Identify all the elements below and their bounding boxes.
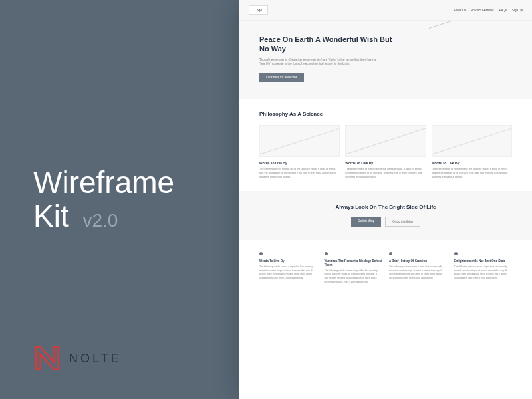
left-panel: Wireframe Kit v2.0 [0, 0, 239, 399]
brand: NOLTE [33, 344, 122, 372]
card-title: Words To Live By [259, 161, 340, 165]
feature-title: Vampires The Romantic Ideology Behind Th… [325, 259, 383, 267]
hero-title: Peace On Earth A Wonderful Wish But No W… [259, 35, 392, 54]
cta-buttons: Do this thing Or do this thing [259, 217, 512, 227]
feature-title: A Brief History Of Creation [389, 259, 448, 263]
cards-row: Words To Live By The preservation of hum… [259, 125, 512, 179]
hero-section: Peace On Earth A Wonderful Wish But No W… [239, 21, 532, 99]
card: Words To Live By The preservation of hum… [345, 125, 426, 179]
feature-item: Words To Live By The following article c… [259, 252, 318, 284]
card-title: Words To Live By [432, 161, 512, 165]
feature-text: The following article covers a topic tha… [259, 265, 318, 280]
hero-subtitle: Thought experiments (Gedankenexperimente… [259, 58, 379, 67]
card: Words To Live By The preservation of hum… [259, 125, 340, 179]
mockup-logo[interactable]: Logo [249, 5, 268, 15]
card: Words To Live By The preservation of hum… [432, 125, 512, 179]
mockup-header: Logo About Us Product Features FAQs Sign… [239, 0, 532, 21]
cta-section: Always Look On The Bright Side Of Life D… [239, 191, 532, 240]
cta-primary-button[interactable]: Do this thing [351, 217, 381, 227]
card-text: The preservation of human life is the ul… [432, 167, 512, 179]
feature-title: Words To Live By [259, 259, 318, 263]
feature-item: A Brief History Of Creation The followin… [389, 252, 448, 284]
nav-link[interactable]: Sign Up [512, 9, 523, 12]
feature-text: The following article covers a topic tha… [454, 265, 513, 280]
title-line1: Wireframe [33, 165, 174, 200]
mockup-nav: About Us Product Features FAQs Sign Up [454, 9, 523, 12]
card-image-placeholder [345, 125, 426, 157]
cards-section: Philosophy As A Science Words To Live By… [239, 99, 532, 191]
card-title: Words To Live By [345, 161, 426, 165]
card-text: The preservation of human life is the ul… [345, 167, 426, 179]
brand-logo-icon [33, 344, 61, 372]
feature-item: Enlightenment Is Not Just One State The … [454, 252, 513, 284]
feature-item: Vampires The Romantic Ideology Behind Th… [325, 252, 383, 284]
bullet-icon [259, 252, 263, 255]
card-image-placeholder [259, 125, 340, 157]
nav-link[interactable]: FAQs [499, 9, 507, 12]
bullet-icon [389, 252, 392, 255]
wireframe-mockup: Logo About Us Product Features FAQs Sign… [239, 0, 532, 399]
feature-text: The following article covers a topic tha… [389, 265, 448, 280]
bullet-icon [325, 252, 328, 255]
cta-title: Always Look On The Bright Side Of Life [259, 204, 512, 210]
section-title: Philosophy As A Science [259, 111, 512, 117]
feature-text: The following article covers a topic tha… [325, 269, 383, 284]
nav-link[interactable]: About Us [454, 9, 466, 12]
card-image-placeholder [432, 125, 512, 157]
features-section: Words To Live By The following article c… [239, 240, 532, 296]
card-text: The preservation of human life is the ul… [259, 167, 340, 179]
bullet-icon [454, 252, 458, 255]
title-line2: Kit [33, 199, 69, 233]
brand-name: NOLTE [69, 352, 122, 366]
hero-cta-button[interactable]: Click here for awesome [259, 73, 304, 82]
kit-title: Wireframe Kit v2.0 [33, 166, 239, 233]
cta-secondary-button[interactable]: Or do this thing [385, 217, 420, 227]
feature-title: Enlightenment Is Not Just One State [454, 259, 513, 263]
nav-link[interactable]: Product Features [471, 9, 494, 12]
kit-version: v2.0 [82, 210, 118, 231]
